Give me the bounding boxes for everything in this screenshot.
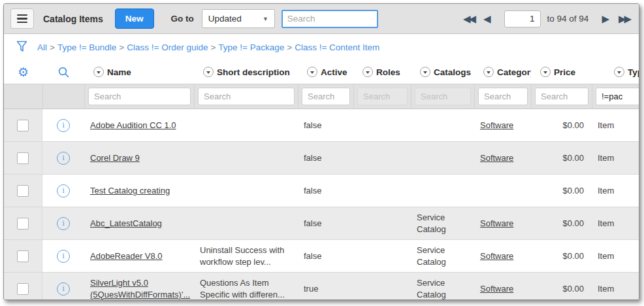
column-header[interactable]: Short description	[194, 67, 298, 77]
row-select-cell	[4, 240, 42, 272]
catalogs-value	[411, 175, 474, 207]
info-icon[interactable]: i	[57, 250, 70, 263]
row-checkbox[interactable]	[17, 283, 29, 295]
column-search-input	[415, 88, 471, 105]
roles-value	[353, 207, 411, 239]
filter-cell	[84, 84, 194, 109]
filter-funnel-icon[interactable]	[16, 40, 28, 54]
filter-spacer-cell	[42, 84, 84, 109]
roles-value	[353, 240, 411, 272]
column-search-input[interactable]	[596, 88, 639, 105]
previous-page-button[interactable]: ◀	[481, 12, 494, 26]
price-value: $0.00	[531, 142, 592, 174]
column-menu-icon	[483, 67, 494, 77]
next-page-button[interactable]: ▶	[599, 12, 612, 26]
pagination: ◀◀ ◀ to 94 of 94 ▶ ▶▶	[460, 10, 632, 27]
item-name-link[interactable]: Adobe Audition CC 1.0	[90, 120, 176, 131]
table-row: i Test Catalog creating false $0.00 Item	[4, 175, 639, 207]
catalogs-value: Service Catalog	[411, 273, 474, 300]
new-button[interactable]: New	[115, 8, 154, 29]
list-search-input[interactable]	[282, 10, 378, 28]
goto-field-select[interactable]: Updated ▼	[202, 9, 275, 28]
column-header[interactable]: Roles	[353, 67, 411, 77]
list-context-menu-button[interactable]	[10, 8, 34, 29]
screen: Catalog Items New Go to Updated ▼ ◀◀ ◀ t…	[0, 0, 644, 306]
filter-cell	[353, 84, 411, 109]
price-value: $0.00	[531, 207, 592, 239]
breadcrumb-separator: >	[119, 42, 124, 52]
column-menu-icon	[614, 67, 624, 77]
item-name-link[interactable]: SilverLight v5.0 (5QuesWithDiffFormats)'…	[90, 277, 194, 300]
column-header-label: Short description	[217, 67, 290, 77]
row-select-cell	[4, 207, 42, 239]
category-link[interactable]: Software	[480, 152, 513, 164]
column-menu-icon	[362, 67, 373, 77]
personalize-list-cell: ⚙	[4, 60, 42, 84]
catalogs-value	[411, 109, 474, 141]
active-value: false	[298, 109, 353, 141]
first-page-button[interactable]: ◀◀	[460, 12, 477, 26]
row-checkbox[interactable]	[17, 185, 29, 197]
filter-spacer-cell	[4, 84, 42, 109]
column-header-label: Active	[321, 67, 347, 77]
breadcrumb-link[interactable]: Class != Order guide	[127, 42, 208, 52]
column-search-input[interactable]	[198, 88, 295, 105]
category-link[interactable]: Software	[480, 283, 513, 295]
breadcrumb-link[interactable]: Type != Package	[218, 42, 284, 52]
column-header-label: Category	[497, 67, 531, 77]
price-value: $0.00	[531, 240, 592, 272]
price-value: $0.00	[531, 109, 592, 141]
category-link[interactable]: Software	[480, 120, 513, 131]
column-menu-icon	[420, 67, 430, 77]
category-link[interactable]: Software	[480, 250, 513, 262]
row-preview-cell: i	[42, 175, 84, 207]
page-title: Catalog Items	[43, 14, 103, 24]
search-icon[interactable]	[57, 66, 70, 78]
row-checkbox[interactable]	[17, 120, 29, 131]
catalogs-value: Service Catalog	[411, 240, 474, 272]
column-header[interactable]: Type	[592, 67, 639, 77]
breadcrumb-link[interactable]: Type != Bundle	[57, 42, 116, 52]
column-menu-icon	[307, 67, 317, 77]
item-name-link[interactable]: Abc_LatestCatalog	[90, 218, 162, 230]
page-number-input[interactable]	[504, 10, 541, 27]
item-name-link[interactable]: AdobeReader V8.0	[90, 250, 163, 262]
row-checkbox[interactable]	[17, 250, 29, 262]
column-header[interactable]: Price	[531, 67, 592, 77]
table-row: i Abc_LatestCatalog false Service Catalo…	[4, 207, 639, 240]
active-value: false	[298, 240, 353, 272]
info-icon[interactable]: i	[57, 217, 70, 230]
column-header[interactable]: Catalogs	[411, 67, 474, 77]
item-name-link[interactable]: Corel Draw 9	[90, 152, 140, 164]
gear-icon[interactable]: ⚙	[18, 66, 29, 78]
column-search-input[interactable]	[535, 88, 588, 105]
row-checkbox[interactable]	[17, 218, 29, 230]
info-icon[interactable]: i	[57, 282, 70, 296]
row-checkbox[interactable]	[17, 152, 29, 164]
item-name-link[interactable]: Test Catalog creating	[90, 185, 170, 197]
info-icon[interactable]: i	[57, 152, 70, 165]
breadcrumb-link[interactable]: Class != Content Item	[295, 42, 379, 52]
column-header[interactable]: Category	[474, 67, 531, 77]
last-page-button[interactable]: ▶▶	[616, 12, 632, 26]
info-icon[interactable]: i	[57, 184, 70, 197]
column-header-label: Type	[628, 67, 639, 77]
info-icon[interactable]: i	[57, 119, 70, 132]
breadcrumb-link[interactable]: All	[37, 42, 47, 52]
column-header[interactable]: Active	[298, 67, 353, 77]
catalogs-value	[411, 142, 474, 174]
column-header[interactable]: Name	[84, 67, 194, 77]
row-select-cell	[4, 142, 42, 174]
category-link[interactable]: Software	[480, 218, 513, 230]
filter-cell	[592, 84, 639, 109]
column-search-input[interactable]	[88, 88, 191, 105]
short-description-value	[194, 142, 298, 174]
short-description-value	[194, 207, 298, 239]
column-search-input[interactable]	[478, 88, 528, 105]
filter-cell	[411, 84, 474, 109]
type-value: Item	[592, 273, 639, 300]
column-header-row: ⚙ NameShort descriptionActiveRolesCatalo…	[4, 60, 639, 84]
short-description-value: Uninstall Success with workflow step lev…	[194, 240, 298, 272]
column-search-input[interactable]	[302, 88, 350, 105]
row-select-cell	[4, 273, 42, 300]
